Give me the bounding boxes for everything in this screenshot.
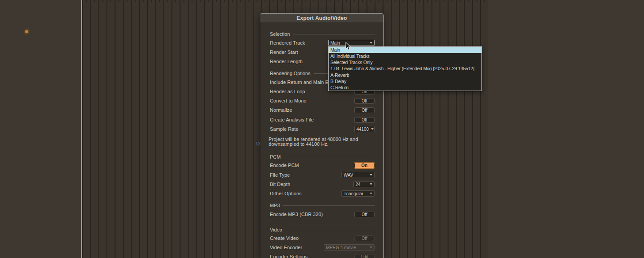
sample-rate-select[interactable]: 44100 bbox=[354, 126, 375, 132]
section-rule bbox=[284, 157, 375, 157]
normalize-label: Normalize bbox=[270, 107, 292, 113]
section-rule bbox=[285, 230, 375, 230]
bit-depth-label: Bit Depth bbox=[270, 182, 290, 187]
dropdown-item-all-individual-tracks[interactable]: All Individual Tracks bbox=[329, 53, 481, 59]
chevron-down-icon bbox=[371, 128, 374, 130]
bit-depth-select[interactable]: 24 bbox=[353, 181, 375, 187]
dropdown-item-track-1[interactable]: 1-04. Lewis John & Alimish - Higher (Ext… bbox=[329, 65, 481, 72]
row-encode-pcm: Encode PCM On bbox=[270, 162, 375, 168]
row-bit-depth: Bit Depth 24 bbox=[270, 181, 375, 187]
dropdown-item-c-return[interactable]: C-Return bbox=[329, 84, 481, 91]
section-selection: Selection bbox=[270, 31, 375, 37]
track-area-divider bbox=[81, 0, 82, 258]
rendered-track-dropdown-list: Main All Individual Tracks Selected Trac… bbox=[328, 46, 482, 91]
dropdown-item-main[interactable]: Main bbox=[329, 47, 481, 53]
section-rule bbox=[283, 205, 375, 206]
section-rule bbox=[293, 34, 375, 34]
encoder-settings-label: Encoder Settings bbox=[270, 254, 307, 258]
ableton-export-screen: D Export Audio/Video Selection Rendered … bbox=[0, 0, 644, 258]
file-type-select[interactable]: WAV bbox=[341, 172, 375, 178]
section-mp3: MP3 bbox=[270, 202, 375, 209]
dialog-title: Export Audio/Video bbox=[260, 14, 383, 23]
row-sample-rate: Sample Rate 44100 bbox=[270, 126, 375, 132]
file-type-label: File Type bbox=[270, 172, 290, 178]
chevron-down-icon bbox=[370, 174, 372, 176]
row-encode-mp3: Encode MP3 (CBR 320) Off bbox=[270, 211, 375, 217]
render-length-label: Render Length bbox=[270, 59, 303, 64]
dither-options-select[interactable]: Triangular bbox=[341, 190, 375, 197]
row-normalize: Normalize Off bbox=[270, 107, 375, 113]
section-video: Video bbox=[270, 227, 375, 233]
chevron-down-icon bbox=[370, 183, 372, 185]
render-start-label: Render Start bbox=[270, 49, 298, 55]
dropdown-item-b-delay[interactable]: B-Delay bbox=[329, 78, 481, 84]
rendered-track-label: Rendered Track bbox=[270, 40, 305, 46]
background-stray-text: D bbox=[256, 141, 260, 146]
video-encoder-label: Video Encoder bbox=[270, 245, 302, 250]
encode-pcm-label: Encode PCM bbox=[270, 163, 299, 168]
create-video-label: Create Video bbox=[270, 235, 299, 241]
row-create-video: Create Video Off bbox=[270, 235, 375, 241]
chevron-down-icon bbox=[370, 193, 372, 194]
encode-mp3-toggle[interactable]: Off bbox=[354, 212, 375, 217]
resample-note: Project will be rendered at 48000 Hz and… bbox=[269, 137, 358, 147]
encoder-settings-edit-button: Edit bbox=[354, 254, 375, 258]
row-dither-options: Dither Options Triangular bbox=[270, 190, 375, 197]
rendered-track-select[interactable]: Main bbox=[328, 40, 375, 46]
encode-pcm-toggle[interactable]: On bbox=[354, 163, 375, 168]
create-analysis-file-label: Create Analysis File bbox=[270, 117, 314, 122]
encode-mp3-label: Encode MP3 (CBR 320) bbox=[270, 212, 323, 217]
video-encoder-select: MPEG-4 movie bbox=[324, 244, 375, 250]
create-analysis-file-toggle[interactable]: Off bbox=[354, 117, 375, 123]
row-rendered-track: Rendered Track Main bbox=[270, 40, 375, 46]
render-as-loop-label: Render as Loop bbox=[270, 89, 305, 94]
row-create-analysis-file: Create Analysis File Off bbox=[270, 117, 375, 123]
sample-rate-label: Sample Rate bbox=[270, 126, 299, 132]
notification-dot bbox=[25, 30, 28, 33]
convert-to-mono-toggle[interactable]: Off bbox=[354, 98, 375, 104]
normalize-toggle[interactable]: Off bbox=[354, 107, 375, 113]
row-convert-to-mono: Convert to Mono Off bbox=[270, 98, 375, 104]
row-file-type: File Type WAV bbox=[270, 172, 375, 178]
row-video-encoder: Video Encoder MPEG-4 movie bbox=[270, 244, 375, 250]
chevron-down-icon bbox=[370, 247, 372, 248]
row-encoder-settings: Encoder Settings Edit bbox=[270, 254, 375, 258]
convert-to-mono-label: Convert to Mono bbox=[270, 98, 307, 103]
dropdown-item-a-reverb[interactable]: A-Reverb bbox=[329, 72, 481, 78]
dropdown-item-selected-tracks-only[interactable]: Selected Tracks Only bbox=[329, 59, 481, 65]
dither-options-label: Dither Options bbox=[270, 191, 302, 196]
create-video-toggle: Off bbox=[354, 235, 375, 241]
section-pcm: PCM bbox=[270, 154, 375, 160]
chevron-down-icon bbox=[370, 42, 372, 44]
